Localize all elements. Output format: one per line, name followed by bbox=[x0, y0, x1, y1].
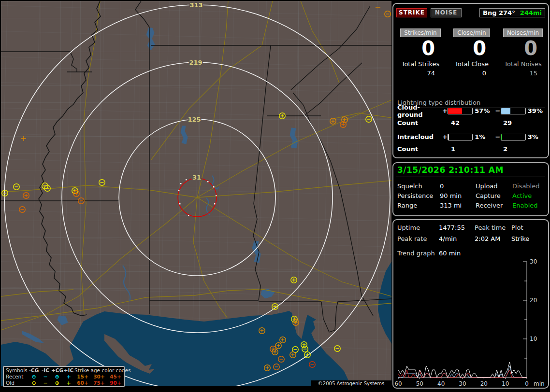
circle-minus-icon: ⊖ bbox=[28, 380, 40, 386]
trend-graph-value: 60 min bbox=[439, 250, 475, 257]
svg-text:30: 30 bbox=[530, 258, 537, 265]
squelch-value: 0 bbox=[440, 182, 476, 190]
svg-text:min: min bbox=[534, 380, 545, 387]
minus-icon: − bbox=[40, 374, 51, 380]
upload-label: Upload bbox=[476, 182, 512, 190]
plot-label: Plot bbox=[511, 224, 523, 231]
total-strikes-label: Total Strikes bbox=[395, 60, 446, 68]
persistence-label: Persistence bbox=[397, 192, 440, 199]
ring-label-219: 219 bbox=[189, 59, 202, 66]
svg-text:20: 20 bbox=[480, 380, 488, 387]
age-60: 60+ bbox=[74, 380, 91, 386]
ic-positive-pct: 1% bbox=[475, 133, 495, 140]
upload-status: Disabled bbox=[512, 182, 539, 190]
noises-per-min-badge: Noises/min bbox=[503, 28, 543, 37]
map-canvas[interactable]: 313 219 125 31 bbox=[1, 1, 391, 386]
circle-plus-icon: ⊕ bbox=[51, 374, 63, 380]
total-strikes-value: 74 bbox=[395, 70, 446, 77]
counters-panel: STRIKE NOISE Bng 274° 244mi Strikes/min … bbox=[392, 3, 549, 158]
legend-old-row: Old⊖−⊕+60+75+90+ bbox=[6, 380, 124, 386]
peak-time-value: 2:02 AM bbox=[475, 235, 511, 242]
trend-graph-label: Trend graph bbox=[397, 250, 439, 257]
minus-sign: − bbox=[495, 133, 501, 140]
copyright-notice: ©2005 Astrogenic Systems bbox=[311, 380, 391, 387]
strikes-per-min-badge: Strikes/min bbox=[400, 28, 440, 37]
plot-value: Strike bbox=[511, 235, 529, 242]
status-row: Range313 miReceiverEnabled bbox=[397, 202, 547, 209]
age-90: 90+ bbox=[107, 380, 124, 386]
legend-age-header: Strike age color codes bbox=[74, 367, 128, 374]
cg-positive-bar bbox=[448, 108, 473, 114]
cg-negative-bar bbox=[501, 108, 526, 114]
ic-negative-bar bbox=[501, 134, 526, 140]
circle-plus-icon: ⊕ bbox=[51, 380, 63, 386]
circle-minus-icon: ⊖ bbox=[28, 374, 40, 380]
receiver-status: Enabled bbox=[512, 202, 538, 209]
legend-col-neg-ic: -IC bbox=[40, 367, 51, 374]
ic-positive-count: 1 bbox=[451, 145, 503, 153]
close-counter-column: Close/min 0 Total Close 0 bbox=[447, 4, 497, 77]
nexstorm-window: { "map": { "ring_labels": ["313", "219",… bbox=[0, 0, 550, 392]
peak-time-label: Peak time bbox=[475, 224, 511, 231]
persistence-value: 90 min bbox=[440, 192, 476, 199]
total-close-value: 0 bbox=[447, 70, 497, 77]
range-label: Range bbox=[397, 202, 440, 209]
cg-positive-count: 42 bbox=[451, 119, 503, 126]
ring-label-313: 313 bbox=[189, 1, 203, 9]
divider bbox=[396, 177, 545, 177]
trend-series-close bbox=[398, 370, 527, 378]
svg-text:40: 40 bbox=[437, 380, 445, 387]
receiver-label: Receiver bbox=[476, 202, 512, 209]
legend-col-pos-ic: +IC bbox=[63, 367, 74, 374]
cg-negative-pct: 39% bbox=[528, 107, 548, 114]
count-label: Count bbox=[397, 119, 444, 126]
strikes-per-min-value: 0 bbox=[395, 37, 446, 59]
plus-sign: + bbox=[442, 133, 448, 140]
ic-negative-pct: 3% bbox=[528, 133, 548, 140]
capture-status: Active bbox=[512, 192, 532, 199]
count-label: Count bbox=[397, 145, 444, 153]
svg-text:10: 10 bbox=[502, 380, 509, 387]
total-close-label: Total Close bbox=[447, 60, 497, 68]
squelch-label: Squelch bbox=[397, 182, 440, 190]
ic-positive-bar bbox=[448, 134, 473, 140]
intracloud-label: Intracloud bbox=[397, 133, 442, 140]
plus-sign: + bbox=[442, 107, 448, 114]
noises-per-min-value: 0 bbox=[498, 37, 548, 59]
peak-rate-value: 4/min bbox=[439, 235, 475, 242]
intracloud-count-row: Count 1 2 bbox=[397, 145, 548, 153]
intracloud-row: Intracloud + 1% − 3% bbox=[397, 133, 548, 140]
legend-col-neg-cg: -CG bbox=[28, 367, 40, 374]
stats-row: Uptime1477:55Peak timePlot bbox=[397, 224, 548, 231]
range-value: 313 mi bbox=[440, 202, 476, 209]
cloud-ground-count-row: Count 42 29 bbox=[397, 119, 548, 126]
svg-text:30: 30 bbox=[459, 380, 466, 387]
ring-label-125: 125 bbox=[188, 116, 201, 123]
strikes-counter-column: Strikes/min 0 Total Strikes 74 bbox=[395, 4, 446, 77]
peak-rate-label: Peak rate bbox=[397, 235, 439, 242]
uptime-value: 1477:55 bbox=[439, 224, 475, 231]
plus-icon: + bbox=[63, 380, 74, 386]
minus-icon: − bbox=[40, 380, 51, 386]
age-30: 30+ bbox=[91, 374, 107, 380]
status-panel: 3/15/2026 2:10:11 AM Squelch0UploadDisab… bbox=[392, 162, 549, 216]
trend-panel: Uptime1477:55Peak timePlot Peak rate4/mi… bbox=[392, 219, 549, 389]
lightning-map[interactable]: 313 219 125 31 Symbols-CG-IC+CG+ICStrike… bbox=[1, 1, 391, 386]
cloud-ground-row: Cloud-ground + 57% − 39% bbox=[397, 107, 548, 114]
age-15: 15+ bbox=[74, 374, 91, 380]
close-per-min-badge: Close/min bbox=[453, 28, 490, 37]
uptime-label: Uptime bbox=[397, 224, 439, 231]
legend-recent-row: Recent⊖−⊕+15+30+45+ bbox=[6, 374, 124, 380]
svg-text:10: 10 bbox=[530, 336, 537, 342]
ic-negative-count: 2 bbox=[503, 145, 507, 153]
trend-series-noises bbox=[398, 366, 527, 378]
datetime-display: 3/15/2026 2:10:11 AM bbox=[397, 165, 504, 175]
legend-recent-label: Recent bbox=[6, 374, 28, 380]
stats-row: Peak rate4/min2:02 AMStrike bbox=[397, 235, 548, 242]
status-row: Persistence90 minCaptureActive bbox=[397, 192, 547, 199]
status-row: Squelch0UploadDisabled bbox=[397, 182, 547, 190]
symbol-legend: Symbols-CG-IC+CG+ICStrike age color code… bbox=[3, 366, 125, 387]
legend-col-pos-cg: +CG bbox=[51, 367, 63, 374]
legend-header-row: Symbols-CG-IC+CG+ICStrike age color code… bbox=[6, 367, 124, 374]
svg-text:50: 50 bbox=[416, 380, 423, 387]
